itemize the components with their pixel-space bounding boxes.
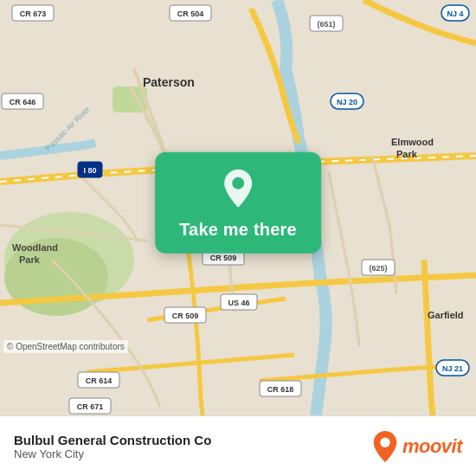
moovit-logo: moovit [371,430,462,463]
svg-text:CR 509: CR 509 [210,254,237,262]
svg-point-44 [380,437,389,447]
svg-text:CR 673: CR 673 [20,10,47,18]
svg-text:Elmwood: Elmwood [391,137,434,147]
svg-text:Garfield: Garfield [428,310,464,320]
svg-text:CR 509: CR 509 [172,312,199,320]
svg-text:CR 671: CR 671 [77,402,104,411]
city-name: New York City [14,447,211,460]
take-me-there-button[interactable]: Take me there [155,152,321,254]
map-copyright: © OpenStreetMap contributors [3,340,128,353]
place-name: Bulbul General Construction Co [14,433,211,447]
svg-text:US 46: US 46 [228,299,249,307]
svg-text:CR 618: CR 618 [267,385,294,394]
moovit-pin-icon [371,430,399,463]
moovit-text: moovit [402,435,462,458]
place-info: Bulbul General Construction Co New York … [14,433,211,460]
svg-text:CR 614: CR 614 [86,376,113,385]
location-pin-icon [221,168,255,213]
svg-text:Woodland: Woodland [12,242,58,253]
svg-point-43 [232,177,244,190]
svg-text:CR 646: CR 646 [10,98,36,106]
bottom-bar: Bulbul General Construction Co New York … [0,415,476,476]
svg-text:(651): (651) [317,20,335,29]
svg-text:(625): (625) [369,264,387,273]
map-container: CR 673 CR 504 (651) NJ 4 CR 646 I 80 NJ … [0,0,476,415]
svg-text:I 80: I 80 [83,166,96,175]
svg-text:CR 504: CR 504 [177,10,204,18]
svg-text:NJ 4: NJ 4 [447,10,463,18]
svg-text:NJ 21: NJ 21 [442,364,463,373]
take-me-there-label: Take me there [179,220,297,240]
svg-text:NJ 20: NJ 20 [337,98,357,106]
svg-text:Park: Park [396,149,418,159]
svg-text:Paterson: Paterson [143,75,195,89]
svg-text:Park: Park [19,254,41,265]
